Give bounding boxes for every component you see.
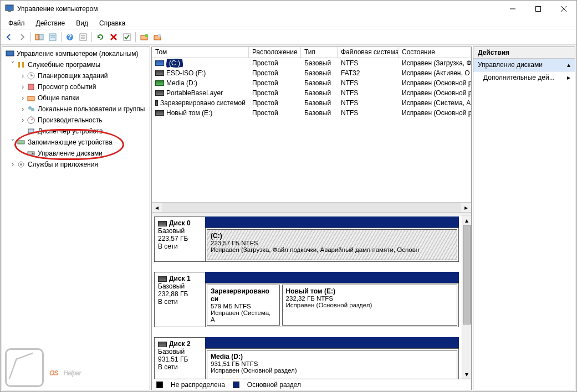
toolbar: ? (1, 29, 576, 45)
svg-rect-26 (22, 62, 24, 68)
svg-rect-1 (8, 11, 11, 12)
window-title: Управление компьютером (17, 5, 500, 13)
partition[interactable]: Новый том (E:)232,32 ГБ NTFSИсправен (Ос… (282, 285, 457, 326)
show-hide-tree-button[interactable] (33, 31, 45, 43)
volume-name: PortableBaseLayer (166, 89, 223, 97)
disk-header-bar (205, 272, 459, 283)
scroll-down-button[interactable]: ▾ (462, 369, 471, 379)
volume-fs: NTFS (338, 99, 399, 107)
volume-list-header[interactable]: Том Расположение Тип Файловая система Со… (152, 47, 471, 58)
menu-file[interactable]: Файл (3, 18, 30, 28)
disk-row[interactable]: Диск 0Базовый223,57 ГБВ сети(C:)223,57 Г… (154, 216, 459, 262)
tree-local-users[interactable]: ›Локальные пользователи и группы (3, 104, 149, 115)
close-button[interactable] (551, 1, 576, 17)
svg-rect-24 (6, 51, 14, 56)
volume-row[interactable]: PortableBaseLayerПростойБазовыйNTFSИспра… (152, 88, 471, 98)
collapse-icon[interactable]: ▴ (567, 61, 570, 69)
tree-storage[interactable]: ˅ Запоминающие устройства (3, 137, 149, 148)
horizontal-scrollbar[interactable]: ◂ ▸ (152, 202, 471, 212)
tree-event-viewer[interactable]: ›Просмотр событий (3, 81, 149, 92)
disk-row[interactable]: Диск 1Базовый232,88 ГБВ сетиЗарезервиров… (154, 272, 459, 327)
volume-row[interactable]: Media (D:)ПростойБазовыйNTFSИсправен (Ос… (152, 78, 471, 88)
action-button[interactable] (151, 31, 164, 43)
volume-fs: NTFS (338, 109, 399, 117)
col-status[interactable]: Состояние (399, 47, 471, 58)
scroll-left-button[interactable]: ◂ (152, 203, 162, 212)
svg-rect-25 (18, 62, 20, 68)
volume-type: Базовый (301, 89, 338, 97)
forward-button[interactable] (16, 31, 28, 43)
expand-icon[interactable]: › (19, 72, 27, 80)
actions-section[interactable]: Управление дисками ▴ (473, 59, 575, 71)
expand-icon[interactable]: › (19, 94, 27, 102)
new-folder-button[interactable] (138, 31, 150, 43)
volume-icon (155, 60, 164, 66)
tree-shared-folders[interactable]: ›Общие папки (3, 92, 149, 104)
tree-root[interactable]: Управление компьютером (локальным) (3, 48, 149, 59)
tree-device-manager[interactable]: Диспетчер устройств (3, 126, 149, 137)
volume-name: Media (D:) (166, 79, 197, 87)
tree-task-scheduler[interactable]: ›Планировщик заданий (3, 70, 149, 81)
menu-view[interactable]: Вид (70, 18, 94, 28)
nav-tree[interactable]: Управление компьютером (локальным) ˅ Слу… (2, 47, 150, 390)
volume-icon (155, 90, 164, 96)
volume-row[interactable]: ESD-ISO (F:)ПростойБазовыйFAT32Исправен … (152, 68, 471, 78)
scroll-up-button[interactable]: ▴ (462, 215, 471, 225)
disk-icon (27, 149, 35, 158)
vertical-scrollbar[interactable]: ▴ ▾ (462, 215, 471, 379)
expand-icon[interactable]: › (19, 116, 27, 124)
chevron-right-icon: ▸ (567, 74, 570, 81)
tree-services[interactable]: › Службы и приложения (3, 159, 149, 170)
col-layout[interactable]: Расположение (249, 47, 301, 58)
volume-list[interactable]: (C:)ПростойБазовыйNTFSИсправен (Загрузка… (152, 58, 471, 202)
volume-name: (C:) (166, 59, 183, 68)
expand-icon[interactable]: › (9, 161, 17, 168)
partition[interactable]: Media (D:)931,51 ГБ NTFSИсправен (Основн… (207, 350, 457, 379)
collapse-icon[interactable]: ˅ (9, 138, 17, 146)
partition[interactable]: Зарезервировано си579 МБ NTFSИсправен (С… (207, 285, 280, 326)
disk-info: Диск 2Базовый931,51 ГБВ сети (154, 337, 205, 379)
properties-button[interactable] (47, 31, 59, 43)
volume-row[interactable]: Зарезервировано системойПростойБазовыйNT… (152, 98, 471, 108)
minimize-button[interactable] (500, 1, 525, 17)
col-volume[interactable]: Том (152, 47, 249, 58)
expand-icon[interactable]: › (19, 105, 27, 113)
expand-icon[interactable]: › (19, 83, 27, 91)
folder-icon (27, 94, 35, 102)
list-button[interactable] (77, 31, 89, 43)
disk-header-bar (205, 216, 459, 228)
col-type[interactable]: Тип (301, 47, 338, 58)
tree-disk-management[interactable]: Управление дисками (3, 148, 149, 159)
collapse-icon[interactable]: ˅ (9, 61, 17, 69)
volume-fs: NTFS (338, 89, 399, 97)
check-button[interactable] (121, 31, 133, 43)
scroll-right-button[interactable]: ▸ (461, 203, 471, 212)
menu-action[interactable]: Действие (30, 18, 71, 28)
tree-system-tools[interactable]: ˅ Служебные программы (3, 59, 149, 70)
volume-type: Базовый (301, 79, 338, 87)
volume-layout: Простой (249, 89, 301, 97)
volume-type: Базовый (301, 69, 338, 78)
refresh-button[interactable] (94, 31, 106, 43)
actions-more[interactable]: Дополнительные дей... ▸ (473, 71, 575, 84)
menu-help[interactable]: Справка (94, 18, 131, 28)
delete-button[interactable] (108, 31, 120, 43)
volume-status: Исправен (Загрузка, Ф (399, 59, 471, 68)
volume-row[interactable]: Новый том (E:)ПростойБазовыйNTFSИсправен… (152, 108, 471, 118)
services-icon (17, 160, 25, 169)
help-button[interactable]: ? (64, 31, 76, 43)
col-fs[interactable]: Файловая система (338, 47, 399, 58)
disk-row[interactable]: Диск 2Базовый931,51 ГБВ сетиMedia (D:)93… (154, 337, 459, 379)
back-button[interactable] (3, 31, 15, 43)
maximize-button[interactable] (525, 1, 551, 17)
menu-bar: Файл Действие Вид Справка (1, 17, 576, 29)
disk-graphical-view[interactable]: Диск 0Базовый223,57 ГБВ сети(C:)223,57 Г… (152, 215, 471, 379)
svg-rect-31 (28, 96, 34, 101)
volume-row[interactable]: (C:)ПростойБазовыйNTFSИсправен (Загрузка… (152, 58, 471, 68)
tree-performance[interactable]: ›Производительность (3, 115, 149, 126)
legend-swatch-unallocated (156, 381, 163, 388)
volume-name: ESD-ISO (F:) (166, 69, 206, 77)
svg-rect-23 (158, 34, 161, 37)
partition[interactable]: (C:)223,57 ГБ NTFSИсправен (Загрузка, Фа… (207, 229, 457, 260)
volume-fs: NTFS (338, 59, 399, 68)
